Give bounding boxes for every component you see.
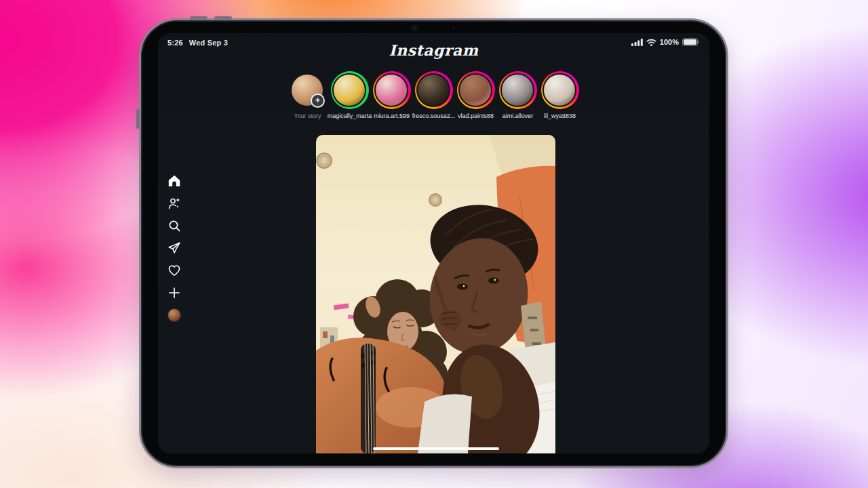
profile-avatar: [168, 309, 180, 321]
volume-up-button: [190, 16, 208, 20]
sidebar-item-search[interactable]: [167, 219, 182, 232]
story-item[interactable]: + fresco.sousa2...: [413, 71, 455, 119]
story-avatar: +: [332, 73, 366, 107]
story-item[interactable]: + miura.art.599: [371, 71, 413, 119]
story-item[interactable]: + lil_wyatt838: [539, 71, 581, 119]
friends-icon: [167, 197, 181, 210]
add-story-plus-icon[interactable]: +: [311, 94, 325, 108]
story-username: magically_marta: [328, 113, 372, 119]
story-ring: +: [415, 71, 453, 109]
story-username: aimi.allover: [502, 113, 534, 119]
story-ring: +: [541, 71, 579, 109]
story-ring: +: [457, 71, 495, 109]
sidebar-item-messages[interactable]: [167, 241, 182, 255]
story-username: miura.art.599: [374, 113, 410, 119]
sidebar-item-profile[interactable]: [167, 308, 182, 322]
story-ring: +: [373, 71, 411, 109]
story-username: vlad.paints88: [458, 113, 494, 119]
instagram-app-screen: 5:26 Wed Sep 3 100%: [158, 33, 709, 453]
paper-plane-icon: [167, 241, 181, 255]
search-icon: [167, 219, 181, 232]
desktop-wallpaper: 5:26 Wed Sep 3 100%: [0, 0, 868, 488]
sidebar-nav: [167, 174, 182, 322]
home-indicator[interactable]: [373, 447, 499, 450]
story-ring: +: [499, 71, 537, 109]
sidebar-item-notifications[interactable]: [167, 264, 182, 277]
instagram-logo: Instagram: [158, 41, 709, 59]
post-photo-illustration: [316, 135, 555, 453]
stories-tray: + Your story + magically_marta + miura.a…: [158, 71, 709, 119]
story-username: Your story: [294, 113, 321, 119]
sidebar-item-home[interactable]: [167, 174, 182, 188]
story-username: lil_wyatt838: [544, 113, 576, 119]
story-avatar: +: [458, 73, 492, 107]
front-camera: [412, 25, 418, 31]
story-item[interactable]: + Your story: [287, 71, 329, 119]
plus-icon: [167, 286, 181, 300]
heart-icon: [167, 264, 181, 277]
story-avatar: +: [542, 73, 576, 107]
story-username: fresco.sousa2...: [412, 113, 456, 119]
ipad-frame: 5:26 Wed Sep 3 100%: [139, 18, 728, 468]
sidebar-item-friends[interactable]: [167, 197, 182, 210]
story-avatar: +: [290, 73, 324, 107]
story-avatar: +: [374, 73, 408, 107]
story-item[interactable]: + aimi.allover: [497, 71, 539, 119]
volume-down-button: [214, 16, 232, 20]
story-item[interactable]: + magically_marta: [329, 71, 371, 119]
story-avatar: +: [416, 73, 450, 107]
story-avatar: +: [500, 73, 534, 107]
story-ring: +: [289, 71, 327, 109]
story-item[interactable]: + vlad.paints88: [455, 71, 497, 119]
feed-post-photo[interactable]: [316, 135, 555, 453]
story-ring: +: [331, 71, 369, 109]
sidebar-item-create[interactable]: [167, 286, 182, 300]
side-button: [136, 108, 140, 129]
home-icon: [167, 174, 181, 188]
ambient-sensor: [452, 27, 454, 29]
